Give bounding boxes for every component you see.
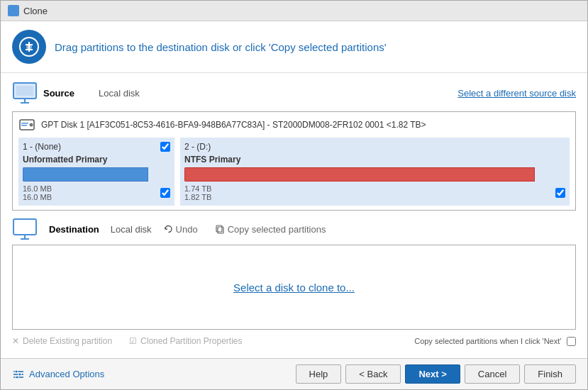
advanced-icon	[12, 368, 25, 381]
partition-2-type: NTFS Primary	[184, 155, 565, 165]
partition-2-bar	[184, 167, 565, 182]
next-button[interactable]: Next >	[405, 364, 460, 384]
partition-1-bar-fill	[23, 167, 148, 182]
footer-buttons: Help < Back Next > Cancel Finish	[296, 364, 576, 384]
select-disk-link[interactable]: Select a disk to clone to...	[233, 282, 355, 294]
header-banner: Drag partitions to the destination disk …	[1, 21, 587, 73]
delete-x-icon: ✕	[12, 336, 19, 346]
disk-header: GPT Disk 1 [A1F3C051-8C53-4616-BFA9-948B…	[18, 116, 570, 133]
svg-point-1	[26, 44, 32, 50]
svg-point-21	[15, 370, 18, 373]
destination-section: Destination Local disk Undo Copy selecte…	[12, 216, 576, 349]
svg-rect-16	[216, 225, 222, 232]
partition-2-number: 2 - (D:)	[184, 142, 211, 152]
finish-button[interactable]: Finish	[524, 364, 576, 384]
next-checkbox-row: Copy selected partitions when I click 'N…	[414, 335, 576, 346]
clone-option: ☑ Cloned Partition Properties	[129, 336, 242, 346]
partition-2-checkbox[interactable]	[555, 188, 565, 198]
partition-2-sizes: 1.74 TB 1.82 TB	[184, 184, 565, 201]
window-icon	[8, 5, 19, 16]
partition-1-checkbox2[interactable]	[160, 188, 170, 198]
advanced-options[interactable]: Advanced Options	[12, 368, 104, 381]
window-title: Clone	[23, 6, 48, 16]
partition-1-sizes: 16.0 MB 16.0 MB	[23, 184, 170, 201]
footer: Advanced Options Help < Back Next > Canc…	[1, 358, 587, 389]
source-label: Source	[43, 88, 93, 99]
next-checkbox[interactable]	[567, 337, 576, 346]
source-header-row: Source Local disk Select a different sou…	[12, 80, 576, 106]
partition-1-wrapper: 1 - (None) Unformatted Primary 16.0 MB 1…	[18, 138, 174, 206]
undo-label: Undo	[176, 224, 198, 235]
partition-1-type: Unformatted Primary	[23, 155, 170, 165]
svg-point-9	[30, 123, 33, 127]
partition-1-bar	[23, 167, 170, 182]
svg-point-23	[16, 376, 18, 379]
dest-sublabel: Local disk	[111, 224, 152, 235]
source-disk-container: GPT Disk 1 [A1F3C051-8C53-4616-BFA9-948B…	[12, 111, 576, 211]
copy-label: Copy selected partitions	[228, 224, 326, 235]
destination-header: Destination Local disk Undo Copy selecte…	[12, 216, 576, 242]
title-bar: Clone	[1, 1, 587, 21]
select-source-link[interactable]: Select a different source disk	[457, 88, 576, 99]
clone-check-icon: ☑	[129, 336, 137, 346]
undo-icon	[163, 224, 173, 234]
partition-1-number: 1 - (None)	[23, 142, 61, 152]
main-area: Source Local disk Select a different sou…	[1, 73, 587, 358]
clone-window: Clone Drag partitions to the destination…	[0, 0, 588, 390]
clone-option-label: Cloned Partition Properties	[140, 336, 242, 346]
svg-rect-10	[21, 123, 28, 124]
partition-2-wrapper: 2 - (D:) NTFS Primary 1.74 TB 1.82 TB	[180, 138, 570, 206]
partitions-row: 1 - (None) Unformatted Primary 16.0 MB 1…	[18, 138, 570, 206]
partition-2-size1: 1.74 TB	[184, 184, 211, 193]
undo-button[interactable]: Undo	[163, 224, 198, 235]
back-button[interactable]: < Back	[345, 364, 401, 384]
destination-disk-area[interactable]: Select a disk to clone to...	[12, 245, 576, 330]
delete-option: ✕ Delete Existing partition	[12, 336, 112, 346]
disk-icon	[18, 116, 35, 133]
destination-options: ✕ Delete Existing partition ☑ Cloned Par…	[12, 333, 576, 349]
partition-1-checkbox[interactable]	[160, 142, 170, 152]
header-text: Drag partitions to the destination disk …	[55, 41, 387, 53]
svg-rect-12	[13, 219, 36, 235]
svg-rect-7	[16, 86, 33, 96]
copy-partitions-button[interactable]: Copy selected partitions	[215, 224, 326, 235]
help-button[interactable]: Help	[296, 364, 342, 384]
source-section: Source Local disk Select a different sou…	[12, 80, 576, 211]
source-sublabel: Local disk	[99, 88, 140, 99]
source-monitor-icon	[12, 80, 38, 106]
partition-2-size2: 1.82 TB	[184, 193, 211, 201]
dest-monitor-icon	[12, 216, 38, 242]
partition-2-bar-fill	[184, 167, 535, 182]
delete-option-label: Delete Existing partition	[23, 336, 112, 346]
clone-icon	[12, 30, 46, 64]
dest-label: Destination	[49, 224, 99, 235]
partition-1-size2: 16.0 MB	[23, 193, 52, 201]
svg-point-22	[18, 373, 21, 376]
next-checkbox-label: Copy selected partitions when I click 'N…	[414, 337, 561, 345]
svg-rect-11	[21, 125, 27, 126]
disk-title: GPT Disk 1 [A1F3C051-8C53-4616-BFA9-948B…	[41, 120, 426, 130]
cancel-button[interactable]: Cancel	[465, 364, 520, 384]
partition-1-size1: 16.0 MB	[23, 184, 52, 193]
copy-icon	[215, 224, 225, 234]
svg-rect-17	[218, 227, 223, 233]
advanced-label: Advanced Options	[29, 369, 104, 379]
